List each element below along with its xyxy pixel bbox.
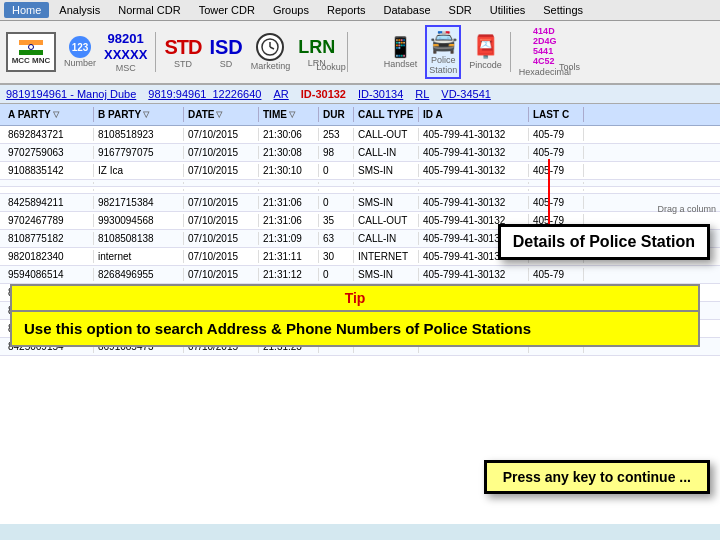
- table-row[interactable]: 9108835142IZ Ica07/10/201521:30:100SMS-I…: [0, 162, 720, 180]
- table-cell: [94, 189, 184, 191]
- table-cell: [184, 189, 259, 191]
- col-header-ida: ID A: [419, 107, 529, 122]
- table-cell: 21:31:11: [259, 250, 319, 263]
- msc-label: MSC: [116, 63, 136, 73]
- pincode-tool[interactable]: 📮 Pincode: [469, 34, 502, 70]
- police-station-tool[interactable]: 🚔 PoliceStation: [425, 25, 461, 79]
- col-header-time: TIME▽: [259, 107, 319, 122]
- table-cell: 07/10/2015: [184, 232, 259, 245]
- table-cell: SMS-IN: [354, 164, 419, 177]
- col-header-date: DATE▽: [184, 107, 259, 122]
- table-cell: INTERNET: [354, 250, 419, 263]
- isd-icon: ISD: [209, 36, 242, 59]
- menu-utilities[interactable]: Utilities: [482, 2, 533, 18]
- isd-tool[interactable]: ISD SD: [209, 36, 242, 69]
- table-cell: 30: [319, 250, 354, 263]
- menu-normal-cdr[interactable]: Normal CDR: [110, 2, 188, 18]
- main-content: Drag a column A PARTY▽ B PARTY▽ DATE▽ TI…: [0, 104, 720, 524]
- lrn-icon: LRN: [298, 37, 335, 58]
- sort-arrow-time[interactable]: ▽: [289, 110, 295, 119]
- details-popup: Details of Police Station: [498, 224, 710, 260]
- breadcrumb-item-rl[interactable]: RL: [415, 88, 429, 100]
- table-cell: 9702759063: [4, 146, 94, 159]
- breadcrumb-item-id30132[interactable]: ID-30132: [301, 88, 346, 100]
- table-cell: 21:31:06: [259, 214, 319, 227]
- breadcrumb-item-2[interactable]: AR: [273, 88, 288, 100]
- postbox-icon: 📮: [472, 34, 499, 60]
- table-cell: 07/10/2015: [184, 214, 259, 227]
- menu-home[interactable]: Home: [4, 2, 49, 18]
- menu-groups[interactable]: Groups: [265, 2, 317, 18]
- menu-analysis[interactable]: Analysis: [51, 2, 108, 18]
- menu-sdr[interactable]: SDR: [441, 2, 480, 18]
- table-row[interactable]: 9594086514826849695507/10/201521:31:120S…: [0, 266, 720, 284]
- table-cell: CALL-IN: [354, 232, 419, 245]
- msn-value: 98201XXXXX: [104, 31, 147, 62]
- std-tool[interactable]: STD STD: [164, 36, 201, 69]
- table-cell: [4, 182, 94, 184]
- table-cell: 9702467789: [4, 214, 94, 227]
- table-cell: 9820182340: [4, 250, 94, 263]
- table-cell: [354, 182, 419, 184]
- mcc-mnc-label: MCC MNC: [12, 56, 51, 65]
- table-cell: 07/10/2015: [184, 250, 259, 263]
- table-cell: 21:30:10: [259, 164, 319, 177]
- number-icon: 123: [69, 36, 91, 58]
- table-cell: [354, 189, 419, 191]
- handset-tool[interactable]: 📱 Handset: [384, 35, 418, 69]
- menu-reports[interactable]: Reports: [319, 2, 374, 18]
- table-cell: 8268496955: [94, 268, 184, 281]
- table-row[interactable]: [0, 180, 720, 187]
- table-cell: [319, 182, 354, 184]
- marketing-tool[interactable]: Marketing: [251, 33, 291, 71]
- sort-arrow-date[interactable]: ▽: [216, 110, 222, 119]
- table-row[interactable]: 8425894211982171538407/10/201521:31:060S…: [0, 194, 720, 212]
- number-tool[interactable]: 123 Number: [64, 36, 96, 68]
- breadcrumb-item-id30134[interactable]: ID-30134: [358, 88, 403, 100]
- table-cell: 9108835142: [4, 164, 94, 177]
- press-any-key[interactable]: Press any key to continue ...: [484, 460, 710, 494]
- table-cell: 405-799-41-30132: [419, 128, 529, 141]
- toolbar: MCC MNC 123 Number 98201XXXXX MSC STD ST…: [0, 21, 720, 85]
- number-label: Number: [64, 58, 96, 68]
- table-cell: 21:31:12: [259, 268, 319, 281]
- breadcrumb-item-vd[interactable]: VD-34541: [441, 88, 491, 100]
- table-cell: [419, 189, 529, 191]
- menu-tower-cdr[interactable]: Tower CDR: [191, 2, 263, 18]
- breadcrumb-item-1[interactable]: 9819:94961_12226640: [148, 88, 261, 100]
- table-cell: 21:30:08: [259, 146, 319, 159]
- table-cell: 21:31:09: [259, 232, 319, 245]
- table-cell: 8108508138: [94, 232, 184, 245]
- table-cell: 405-799-41-30132: [419, 268, 529, 281]
- table-cell: [319, 189, 354, 191]
- table-cell: 9594086514: [4, 268, 94, 281]
- table-cell: 21:30:06: [259, 128, 319, 141]
- table-cell: [529, 182, 584, 184]
- sort-arrow-b[interactable]: ▽: [143, 110, 149, 119]
- msn-tool: 98201XXXXX MSC: [104, 31, 147, 72]
- mcc-mnc-tool[interactable]: MCC MNC: [6, 32, 56, 72]
- menu-settings[interactable]: Settings: [535, 2, 591, 18]
- clock-icon: [256, 33, 284, 61]
- table-cell: 8692843721: [4, 128, 94, 141]
- col-header-last: LAST C: [529, 107, 584, 122]
- table-row[interactable]: 9702759063916779707507/10/201521:30:0898…: [0, 144, 720, 162]
- table-row[interactable]: [0, 187, 720, 194]
- menu-database[interactable]: Database: [376, 2, 439, 18]
- table-cell: CALL-OUT: [354, 128, 419, 141]
- table-cell: 21:31:06: [259, 196, 319, 209]
- tooltip-body: Use this option to search Address & Phon…: [10, 312, 700, 347]
- breadcrumb-item-0[interactable]: 9819194961 - Manoj Dube: [6, 88, 136, 100]
- table-cell: SMS-IN: [354, 268, 419, 281]
- table-cell: 98: [319, 146, 354, 159]
- police-label: PoliceStation: [429, 55, 457, 75]
- table-cell: [184, 182, 259, 184]
- tooltip-overlay: Tip Use this option to search Address & …: [10, 284, 700, 347]
- table-cell: 9930094568: [94, 214, 184, 227]
- table-cell: 405-799-41-30132: [419, 196, 529, 209]
- phone-icon: 📱: [388, 35, 413, 59]
- breadcrumb: 9819194961 - Manoj Dube 9819:94961_12226…: [0, 85, 720, 104]
- table-row[interactable]: 8692843721810851892307/10/201521:30:0625…: [0, 126, 720, 144]
- svg-line-2: [270, 47, 274, 49]
- sort-arrow-a[interactable]: ▽: [53, 110, 59, 119]
